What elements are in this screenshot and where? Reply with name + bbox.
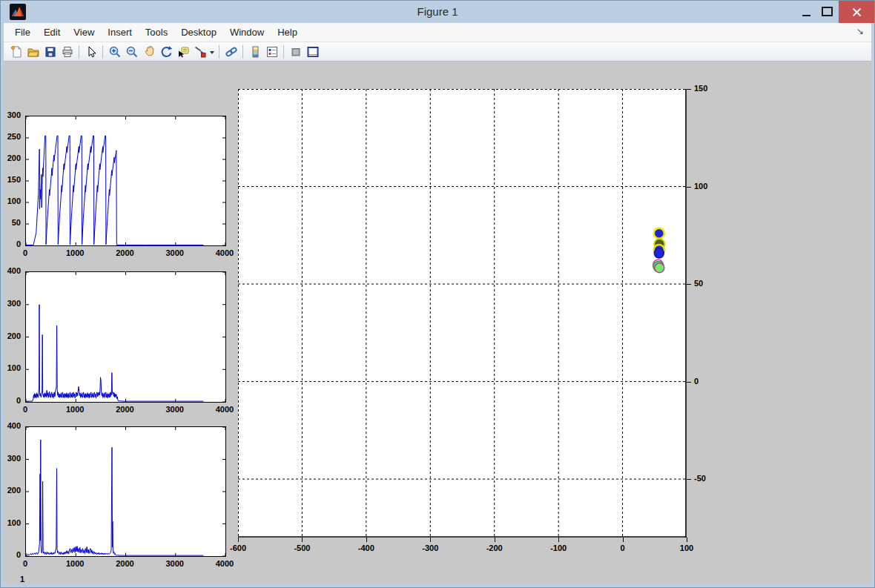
tick-label: 0 bbox=[694, 377, 699, 386]
insert-colorbar-icon bbox=[248, 45, 262, 59]
tick-label: 1000 bbox=[53, 405, 97, 414]
brush-data-icon bbox=[194, 45, 207, 59]
axis-tick bbox=[238, 538, 239, 542]
hide-plot-tools-button[interactable] bbox=[287, 43, 304, 60]
tick-label: 0 bbox=[601, 544, 645, 552]
position-markers bbox=[653, 228, 665, 273]
zoom-out-button[interactable] bbox=[123, 43, 140, 60]
tick-label: -50 bbox=[694, 474, 706, 483]
tick-label: -600 bbox=[216, 544, 260, 552]
data-cursor-button[interactable] bbox=[174, 43, 191, 60]
main-plot[interactable] bbox=[238, 89, 687, 538]
clipped-axis-label: 1 bbox=[20, 575, 24, 584]
tick-label: 0 bbox=[0, 550, 21, 559]
menu-item-view[interactable]: View bbox=[67, 23, 101, 42]
menu-item-file[interactable]: File bbox=[8, 23, 37, 42]
axis-tick bbox=[430, 538, 431, 542]
tick-label: 2000 bbox=[103, 405, 148, 414]
axis-tick bbox=[366, 538, 367, 542]
save-figure-icon bbox=[44, 45, 57, 59]
print-figure-icon bbox=[61, 45, 74, 59]
save-figure-button[interactable] bbox=[42, 43, 59, 60]
window-title: Figure 1 bbox=[1, 5, 874, 18]
tick-label: -300 bbox=[408, 544, 452, 552]
insert-legend-icon bbox=[265, 45, 279, 59]
toolbar-separator bbox=[219, 45, 219, 59]
tick-label: 400 bbox=[0, 421, 21, 430]
axis-tick bbox=[558, 538, 559, 542]
show-plot-tools-icon bbox=[306, 45, 320, 59]
tick-label: 100 bbox=[694, 182, 707, 191]
menubar: FileEditViewInsertToolsDesktopWindowHelp… bbox=[4, 23, 871, 42]
tick-label: 1000 bbox=[53, 559, 97, 568]
subplot3[interactable] bbox=[25, 426, 226, 557]
subplot2[interactable] bbox=[25, 271, 226, 403]
tick-label: 100 bbox=[664, 544, 709, 552]
axis-tick bbox=[687, 479, 691, 480]
tick-label: 3000 bbox=[153, 559, 197, 568]
insert-colorbar-button[interactable] bbox=[246, 43, 263, 60]
tick-label: 300 bbox=[0, 299, 21, 308]
open-file-icon bbox=[27, 45, 40, 59]
open-file-button[interactable] bbox=[24, 43, 42, 60]
toolbar-separator bbox=[242, 45, 243, 59]
axis-tick bbox=[687, 538, 687, 542]
maximize-icon bbox=[822, 7, 833, 16]
dropdown-caret-button[interactable] bbox=[208, 43, 216, 60]
tick-label: -400 bbox=[344, 544, 389, 552]
tick-label: 100 bbox=[0, 518, 21, 527]
tick-label: 200 bbox=[0, 153, 21, 162]
tick-label: -200 bbox=[472, 544, 517, 552]
axis-tick bbox=[302, 538, 303, 542]
tick-label: 50 bbox=[0, 218, 21, 227]
axis-tick bbox=[623, 538, 624, 542]
tick-label: 150 bbox=[694, 84, 707, 93]
tick-label: 2000 bbox=[103, 248, 148, 257]
titlebar[interactable]: Figure 1 bbox=[1, 1, 874, 23]
new-figure-button[interactable] bbox=[7, 43, 24, 60]
rotate-3d-icon bbox=[159, 45, 173, 59]
signal-line bbox=[26, 136, 203, 245]
insert-legend-button[interactable] bbox=[263, 43, 280, 60]
link-plot-button[interactable] bbox=[222, 43, 240, 60]
figure-window: Figure 1 FileEditViewInsertToolsDesktopW… bbox=[0, 0, 875, 588]
hide-plot-tools-icon bbox=[289, 45, 303, 59]
print-figure-button[interactable] bbox=[59, 43, 76, 60]
tick-label: 0 bbox=[0, 240, 21, 248]
minimize-button[interactable] bbox=[796, 1, 816, 22]
tick-label: -100 bbox=[536, 544, 581, 552]
close-button[interactable] bbox=[839, 1, 874, 23]
tick-label: 300 bbox=[0, 110, 21, 119]
dropdown-caret-icon bbox=[209, 45, 215, 59]
menu-item-tools[interactable]: Tools bbox=[139, 23, 174, 42]
menu-item-edit[interactable]: Edit bbox=[37, 23, 67, 42]
dock-figure-arrow-icon[interactable]: ↘ bbox=[856, 26, 864, 36]
axis-tick bbox=[687, 284, 691, 285]
menu-item-help[interactable]: Help bbox=[271, 23, 304, 42]
zoom-out-icon bbox=[125, 45, 139, 59]
tick-label: 0 bbox=[3, 559, 47, 568]
brush-data-button[interactable] bbox=[191, 43, 208, 60]
maximize-button[interactable] bbox=[816, 1, 837, 22]
tick-label: 3000 bbox=[153, 248, 197, 257]
menu-item-insert[interactable]: Insert bbox=[101, 23, 139, 42]
tick-label: 100 bbox=[0, 196, 21, 205]
rotate-3d-button[interactable] bbox=[157, 43, 174, 60]
axis-tick bbox=[687, 89, 691, 90]
zoom-in-icon bbox=[108, 45, 122, 59]
link-plot-icon bbox=[225, 45, 238, 59]
toolbar-separator bbox=[79, 45, 79, 59]
edit-plot-pointer-button[interactable] bbox=[82, 43, 99, 60]
data-cursor-icon bbox=[176, 45, 190, 59]
menu-item-window[interactable]: Window bbox=[223, 23, 271, 42]
tick-label: 400 bbox=[0, 266, 21, 275]
pan-hand-button[interactable] bbox=[140, 43, 157, 60]
tick-label: 3000 bbox=[153, 405, 197, 414]
tick-label: 300 bbox=[0, 454, 21, 463]
tick-label: 200 bbox=[0, 331, 21, 340]
menu-item-desktop[interactable]: Desktop bbox=[174, 23, 223, 42]
subplot1[interactable] bbox=[25, 116, 226, 246]
axis-tick bbox=[687, 187, 691, 188]
zoom-in-button[interactable] bbox=[106, 43, 123, 60]
show-plot-tools-button[interactable] bbox=[304, 43, 321, 60]
